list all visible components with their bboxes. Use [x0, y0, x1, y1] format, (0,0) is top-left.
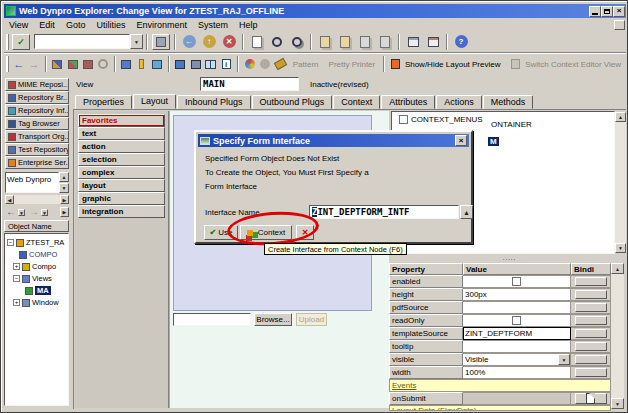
display-change-icon[interactable]	[51, 56, 64, 72]
palette-favorites[interactable]: Favorites	[78, 114, 165, 127]
palette-graphic[interactable]: graphic	[78, 192, 165, 205]
check-icon[interactable]	[135, 56, 148, 72]
sidebar-item-transport-organizer[interactable]: Transport Org...	[5, 130, 69, 143]
cancel-icon[interactable]: ✕	[220, 34, 238, 50]
tab-properties[interactable]: Properties	[75, 95, 132, 109]
find-icon[interactable]	[268, 34, 286, 50]
enabled-checkbox[interactable]	[512, 277, 521, 286]
tree-node-component-usages[interactable]: Compo	[13, 261, 56, 272]
menu-edit[interactable]: Edit	[39, 20, 55, 30]
transport-icon[interactable]	[81, 56, 94, 72]
bind-button[interactable]	[575, 277, 607, 286]
tree-node-componentcontroller[interactable]: COMPO	[19, 249, 57, 260]
dialog-close-icon[interactable]: ×	[455, 135, 467, 146]
refresh-icon[interactable]	[66, 56, 79, 72]
create-event-button[interactable]	[575, 393, 607, 404]
menu-environment[interactable]: Environment	[136, 20, 187, 30]
uitree-scroll-up-icon[interactable]	[615, 112, 626, 122]
sidebar-item-repository-infosystem[interactable]: Repository Inf...	[5, 104, 69, 117]
sidebar-item-enterprise-services[interactable]: Enterprise Ser...	[5, 156, 69, 169]
bind-button[interactable]	[575, 316, 607, 325]
nav-expand-icon[interactable]	[60, 207, 69, 217]
menu-system[interactable]: System	[198, 20, 228, 30]
history-back-icon[interactable]: ←	[6, 206, 16, 217]
value-help-icon[interactable]	[460, 205, 473, 219]
references-icon[interactable]	[258, 56, 271, 72]
browse-button[interactable]: Browse...	[254, 313, 292, 326]
browser-selector[interactable]: Web Dynpro	[5, 172, 59, 193]
tree-node-form-selected[interactable]: M	[488, 137, 499, 146]
tab-layout[interactable]: Layout	[133, 94, 176, 109]
previous-page-icon[interactable]	[336, 34, 354, 50]
menu-utilities[interactable]: Utilities	[96, 20, 125, 30]
tree-node-main-view[interactable]: MA	[25, 285, 51, 296]
find-next-icon[interactable]	[288, 34, 306, 50]
save-icon[interactable]	[152, 34, 170, 50]
bind-button[interactable]	[575, 290, 607, 299]
pattern-button[interactable]: Pattern	[293, 60, 319, 69]
tab-methods[interactable]: Methods	[483, 95, 534, 109]
sidebar-item-tag-browser[interactable]: Tag Browser	[5, 117, 69, 130]
palette-action[interactable]: action	[78, 140, 165, 153]
close-button[interactable]: ×	[613, 6, 625, 17]
tab-context[interactable]: Context	[333, 95, 380, 109]
readonly-checkbox[interactable]	[512, 316, 521, 325]
activate-icon[interactable]	[150, 56, 163, 72]
user-interface-icon[interactable]	[189, 56, 202, 72]
panel-splitter[interactable]	[391, 254, 627, 263]
tab-inbound-plugs[interactable]: Inbound Plugs	[177, 95, 251, 109]
deactivate-icon[interactable]	[96, 56, 109, 72]
tab-outbound-plugs[interactable]: Outbound Plugs	[252, 95, 333, 109]
hscroll-track[interactable]	[14, 195, 60, 204]
bind-button[interactable]	[575, 329, 607, 338]
sidebar-item-repository-browser[interactable]: Repository Br...	[5, 91, 69, 104]
new-session-icon[interactable]	[404, 34, 422, 50]
table-scroll-track[interactable]	[611, 274, 624, 398]
bind-button[interactable]	[575, 303, 607, 312]
expand-icon[interactable]	[13, 263, 20, 270]
table-view-icon[interactable]	[204, 56, 217, 72]
navigate-forward-icon[interactable]: →	[27, 56, 40, 72]
menu-view[interactable]: View	[9, 20, 28, 30]
tab-actions[interactable]: Actions	[436, 95, 482, 109]
sidebar-item-mime-repository[interactable]: MIME Reposi...	[5, 78, 69, 91]
history-forward-icon[interactable]: →	[29, 206, 39, 217]
tree-node-views[interactable]: Views	[13, 273, 52, 284]
tree-node-context-menus[interactable]: CONTEXT_MENUS	[411, 115, 483, 124]
uitree-scroll-track[interactable]	[615, 122, 626, 243]
upload-button[interactable]: Upload	[296, 313, 327, 326]
palette-integration[interactable]: integration	[78, 205, 165, 218]
tree-node-windows[interactable]: Window	[13, 297, 59, 308]
file-upload-input[interactable]	[173, 313, 251, 326]
hscroll-right-icon[interactable]	[60, 195, 69, 204]
table-scroll-down-icon[interactable]	[611, 398, 624, 409]
command-field[interactable]	[34, 34, 130, 49]
context-menus-checkbox[interactable]	[399, 115, 408, 124]
switch-context-editor-button[interactable]: Switch Context Editor View	[525, 60, 621, 69]
bind-button[interactable]	[575, 355, 607, 364]
tree-node-component[interactable]: ZTEST_RA	[7, 237, 64, 248]
palette-complex[interactable]: complex	[78, 166, 165, 179]
next-page-icon[interactable]	[356, 34, 374, 50]
selector-scroll-up-icon[interactable]	[59, 172, 69, 182]
templatesource-value[interactable]: ZINT_DEPTFORM	[463, 327, 571, 340]
palette-text[interactable]: text	[78, 127, 165, 140]
menu-help[interactable]: Help	[239, 20, 258, 30]
menu-goto[interactable]: Goto	[66, 20, 86, 30]
palette-selection[interactable]: selection	[78, 153, 165, 166]
command-dropdown-icon[interactable]	[130, 34, 143, 49]
tree-node-rootuielementcontainer[interactable]: ONTAINER	[491, 120, 532, 129]
where-used-icon[interactable]	[120, 56, 133, 72]
print-icon[interactable]	[248, 34, 266, 50]
sidebar-item-test-repository[interactable]: Test Repository	[5, 143, 69, 156]
history-forward-dropdown-icon[interactable]	[41, 209, 48, 216]
bind-button[interactable]	[575, 368, 607, 377]
where-used-list-icon[interactable]	[273, 56, 286, 72]
hierarchy-icon[interactable]	[174, 56, 187, 72]
enter-icon[interactable]: ✓	[12, 34, 30, 50]
test-icon[interactable]	[243, 56, 256, 72]
minimize-button[interactable]	[589, 6, 601, 17]
bind-button[interactable]	[575, 342, 607, 351]
show-hide-layout-preview-button[interactable]: Show/Hide Layout Preview	[405, 60, 501, 69]
create-shortcut-icon[interactable]	[424, 34, 442, 50]
